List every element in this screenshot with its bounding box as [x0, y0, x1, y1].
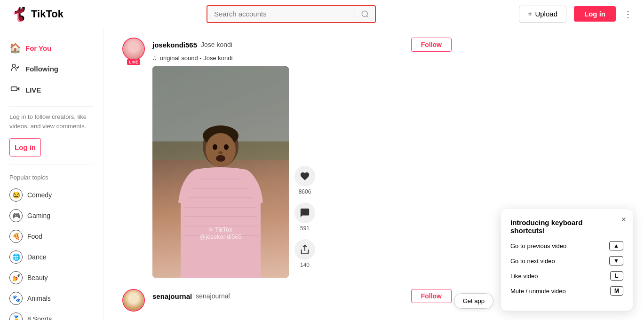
sidebar-login-button[interactable]: Log in — [9, 138, 41, 156]
sound-text-1: original sound - Jose kondi — [160, 55, 233, 62]
video-content-2: senajournal senajournal Follow — [152, 289, 452, 312]
keyboard-panel-close-button[interactable]: × — [621, 215, 626, 225]
video-card-1: LIVE josekondi565 Jose kondi Follow ♫ or… — [122, 38, 452, 278]
search-button[interactable] — [355, 6, 375, 22]
watermark: ⟳ TikTok @josekondi565 — [199, 226, 242, 240]
upload-label: Upload — [535, 10, 557, 18]
username-2[interactable]: senajournal — [152, 292, 192, 300]
video-player-area-1: ⟳ TikTok @josekondi565 — [152, 66, 452, 278]
username-1[interactable]: josekondi565 — [152, 41, 197, 49]
comedy-label: Comedy — [27, 191, 52, 199]
keyboard-shortcuts-panel: × Introducing keyboard shortcuts! Go to … — [501, 209, 633, 311]
display-name-2: senajournal — [196, 292, 230, 300]
follow-button-1[interactable]: Follow — [411, 38, 452, 52]
svg-point-27 — [218, 151, 223, 154]
food-label: Food — [27, 233, 42, 240]
food-icon: 🍕 — [9, 230, 23, 243]
comment-count-1: 591 — [300, 225, 310, 232]
topic-sports[interactable]: 🏅 8 Sports — [0, 309, 103, 320]
svg-line-1 — [366, 16, 368, 17]
heart-icon — [294, 166, 315, 187]
svg-point-26 — [224, 144, 229, 150]
topic-dance[interactable]: 🌐 Dance — [0, 247, 103, 267]
comment-icon — [294, 203, 315, 223]
tiktok-logo-icon — [11, 6, 27, 22]
kb-next-key: ▼ — [609, 256, 623, 265]
keyboard-shortcuts-title: Introducing keyboard shortcuts! — [510, 219, 623, 234]
popular-topics-title: Popular topics — [0, 170, 103, 185]
comment-button-1[interactable]: 591 — [294, 203, 315, 232]
avatar-col-2 — [122, 289, 145, 312]
kb-like-key: L — [610, 271, 623, 281]
header: TikTok + Upload Log in ⋮ — [0, 0, 644, 28]
share-count-1: 140 — [300, 262, 310, 268]
kb-prev-key: ▲ — [609, 241, 623, 250]
like-count-1: 8606 — [299, 188, 311, 195]
kb-mute-key: M — [610, 286, 623, 296]
search-input[interactable] — [207, 6, 355, 22]
share-button-1[interactable]: 140 — [294, 239, 315, 268]
video-frame-1: ⟳ TikTok @josekondi565 — [152, 66, 289, 278]
header-right: + Upload Log in ⋮ — [519, 6, 633, 23]
video-thumbnail-1[interactable]: ⟳ TikTok @josekondi565 — [152, 66, 289, 278]
for-you-label: For You — [25, 44, 51, 52]
sports-icon: 🏅 — [9, 312, 23, 320]
live-label: LIVE — [25, 86, 41, 94]
svg-point-2 — [12, 64, 16, 68]
topic-food[interactable]: 🍕 Food — [0, 226, 103, 247]
display-name-1: Jose kondi — [201, 41, 232, 48]
home-icon: 🏠 — [9, 42, 21, 54]
share-icon — [294, 239, 315, 260]
kb-shortcut-like: Like video L — [510, 271, 623, 281]
follow-button-2[interactable]: Follow — [411, 289, 452, 303]
sports-label: 8 Sports — [27, 315, 52, 320]
avatar-1[interactable] — [122, 38, 145, 60]
sidebar-divider-2 — [9, 164, 94, 164]
svg-point-28 — [216, 155, 225, 162]
search-icon — [361, 10, 369, 18]
svg-rect-3 — [11, 87, 17, 91]
logo-area: TikTok — [11, 6, 64, 22]
kb-shortcut-next: Go to next video ▼ — [510, 256, 623, 265]
sidebar-item-for-you[interactable]: 🏠 For You — [0, 38, 103, 58]
topic-comedy[interactable]: 😂 Comedy — [0, 185, 103, 205]
svg-point-0 — [362, 11, 367, 16]
video-meta-2: senajournal senajournal Follow — [152, 289, 452, 303]
kb-next-label: Go to next video — [510, 258, 555, 265]
watermark-text-1: TikTok — [215, 226, 232, 233]
svg-point-25 — [213, 144, 217, 150]
kb-like-label: Like video — [510, 273, 538, 280]
kb-prev-label: Go to previous video — [510, 242, 566, 250]
dance-icon: 🌐 — [9, 250, 23, 264]
get-app-button[interactable]: Get app — [454, 293, 493, 309]
animals-label: Animals — [27, 295, 51, 302]
topics-list: 😂 Comedy 🎮 Gaming 🍕 Food 🌐 Dance 💅 Beaut… — [0, 185, 103, 320]
more-options-button[interactable]: ⋮ — [623, 8, 633, 20]
person-svg — [152, 66, 289, 278]
topic-beauty[interactable]: 💅 Beauty — [0, 267, 103, 288]
avatar-2[interactable] — [122, 289, 145, 312]
upload-button[interactable]: + Upload — [519, 6, 566, 23]
video-card-2: senajournal senajournal Follow — [122, 289, 452, 312]
watermark-text-2: @josekondi565 — [199, 233, 242, 240]
login-button[interactable]: Log in — [574, 6, 616, 22]
topic-animals[interactable]: 🐾 Animals — [0, 288, 103, 309]
kb-mute-label: Mute / unmute video — [510, 288, 566, 295]
action-buttons-1: 8606 591 140 — [294, 66, 315, 278]
kb-shortcut-mute: Mute / unmute video M — [510, 286, 623, 296]
video-meta-1: josekondi565 Jose kondi Follow — [152, 38, 452, 52]
sidebar-item-following[interactable]: Following — [0, 58, 103, 79]
gaming-label: Gaming — [27, 212, 50, 219]
login-prompt-text: Log in to follow creators, like videos, … — [0, 112, 103, 138]
following-label: Following — [25, 65, 58, 73]
topic-gaming[interactable]: 🎮 Gaming — [0, 205, 103, 226]
search-box — [207, 5, 376, 23]
comedy-icon: 😂 — [9, 188, 23, 202]
app-title: TikTok — [31, 8, 64, 20]
sidebar-item-live[interactable]: LIVE — [0, 79, 103, 101]
like-button-1[interactable]: 8606 — [294, 166, 315, 195]
svg-point-24 — [206, 133, 236, 167]
avatar-col-1: LIVE — [122, 38, 145, 278]
sidebar: 🏠 For You Following LIVE Log in to follo… — [0, 28, 103, 320]
gaming-icon: 🎮 — [9, 209, 23, 222]
